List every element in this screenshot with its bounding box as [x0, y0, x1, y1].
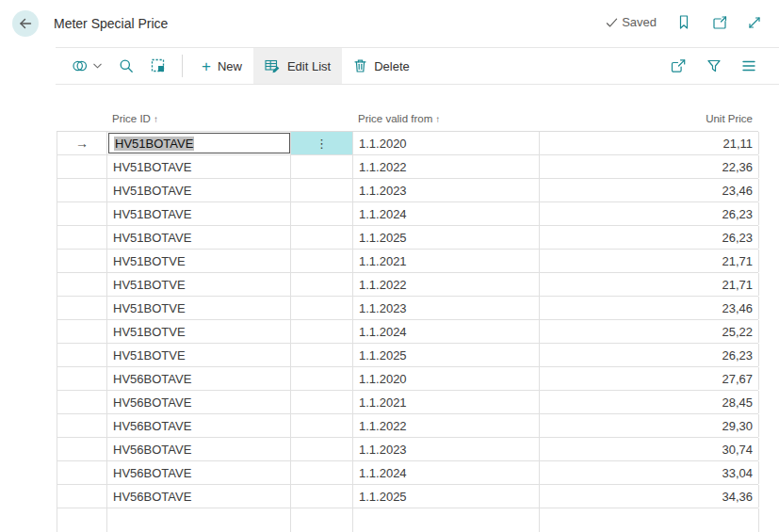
price-valid-from-cell[interactable]: 1.1.2023	[353, 438, 540, 460]
row-selector-cell[interactable]	[57, 438, 107, 460]
unit-price-cell[interactable]: 34,36	[540, 485, 759, 508]
price-id-cell[interactable]: HV51BOTVE	[107, 297, 291, 319]
unit-price-cell[interactable]: 29,30	[540, 414, 759, 437]
unit-price-cell[interactable]: 21,11	[540, 132, 759, 154]
unit-price-cell[interactable]: 26,23	[540, 344, 759, 366]
price-id-cell[interactable]: HV56BOTAVE	[107, 485, 291, 508]
price-valid-from-cell[interactable]: 1.1.2023	[353, 297, 540, 319]
share-button[interactable]	[670, 58, 687, 73]
analyze-button[interactable]	[142, 48, 174, 84]
unit-price-cell[interactable]: 23,46	[540, 179, 759, 202]
table-row[interactable]: HV51BOTVE1.1.202323,46	[57, 297, 758, 320]
row-selector-cell[interactable]	[57, 414, 107, 437]
price-id-cell[interactable]: HV51BOTAVE	[107, 179, 291, 202]
unit-price-cell[interactable]: 26,23	[540, 202, 759, 225]
table-row[interactable]: HV56BOTAVE1.1.202534,36	[57, 485, 758, 508]
price-valid-from-cell[interactable]: 1.1.2020	[353, 132, 540, 154]
price-id-cell[interactable]: HV51BOTAVE	[107, 155, 291, 178]
price-valid-from-cell[interactable]: 1.1.2021	[353, 250, 540, 272]
table-row[interactable]: HV51BOTVE1.1.202121,71	[57, 250, 758, 273]
row-selector-cell[interactable]	[57, 273, 107, 296]
filter-button[interactable]	[706, 58, 722, 73]
edit-list-button[interactable]: Edit List	[253, 48, 342, 84]
row-selector-cell[interactable]	[57, 250, 107, 272]
table-row[interactable]: →HV51BOTAVE⋮1.1.202021,11	[57, 132, 758, 155]
price-valid-from-cell[interactable]: 1.1.2022	[353, 414, 540, 437]
new-button[interactable]: + New	[190, 48, 253, 84]
unit-price-cell[interactable]: 22,36	[540, 155, 759, 178]
price-valid-from-cell[interactable]: 1.1.2025	[353, 226, 540, 249]
row-selector-cell[interactable]	[57, 367, 107, 390]
price-id-cell[interactable]: HV51BOTAVE	[107, 226, 291, 249]
table-row[interactable]: HV51BOTAVE1.1.202426,23	[57, 202, 758, 226]
price-valid-from-cell[interactable]: 1.1.2024	[353, 320, 540, 343]
views-button[interactable]	[63, 48, 110, 84]
price-valid-from-cell[interactable]: 1.1.2025	[353, 485, 540, 508]
unit-price-cell[interactable]: 27,67	[540, 367, 759, 390]
row-selector-cell[interactable]	[57, 179, 107, 202]
table-row[interactable]: HV51BOTVE1.1.202221,71	[57, 273, 758, 297]
search-button[interactable]	[110, 48, 142, 84]
column-header-price-valid-from[interactable]: Price valid from ↑	[352, 106, 539, 131]
table-row[interactable]: HV51BOTAVE1.1.202526,23	[57, 226, 758, 250]
row-selector-cell[interactable]	[57, 202, 107, 225]
row-selector-cell[interactable]: →	[57, 132, 107, 154]
table-row[interactable]: HV56BOTAVE1.1.202330,74	[57, 438, 758, 461]
row-selector-cell[interactable]	[57, 226, 107, 249]
price-valid-from-cell[interactable]: 1.1.2020	[353, 367, 540, 390]
row-selector-cell[interactable]	[57, 344, 107, 366]
table-row[interactable]: HV56BOTAVE1.1.202027,67	[57, 367, 758, 391]
table-row[interactable]: HV56BOTAVE1.1.202229,30	[57, 414, 758, 438]
price-valid-from-cell[interactable]: 1.1.2023	[353, 179, 540, 202]
unit-price-cell[interactable]: 25,22	[540, 320, 759, 343]
column-header-price-id[interactable]: Price ID ↑	[106, 106, 290, 131]
price-id-cell[interactable]: HV51BOTVE	[107, 344, 291, 366]
price-id-cell[interactable]: HV51BOTAVE	[107, 132, 291, 154]
price-id-cell[interactable]: HV56BOTAVE	[107, 461, 291, 484]
price-id-cell[interactable]: HV51BOTVE	[107, 250, 291, 272]
price-valid-from-cell[interactable]: 1.1.2021	[353, 391, 540, 413]
bookmark-icon	[676, 14, 691, 30]
price-id-cell[interactable]: HV56BOTAVE	[107, 438, 291, 460]
expand-page-button[interactable]	[747, 15, 762, 30]
price-valid-from-cell[interactable]: 1.1.2024	[353, 461, 540, 484]
delete-button[interactable]: Delete	[342, 48, 421, 84]
price-id-cell[interactable]: HV51BOTVE	[107, 320, 291, 343]
price-id-cell[interactable]: HV51BOTAVE	[107, 202, 291, 225]
row-selector-cell[interactable]	[57, 320, 107, 343]
price-valid-from-cell[interactable]: 1.1.2024	[353, 202, 540, 225]
cell-context-menu-button[interactable]: ⋮	[291, 132, 353, 154]
unit-price-cell[interactable]: 33,04	[540, 461, 759, 484]
table-row[interactable]: HV51BOTVE1.1.202526,23	[57, 344, 758, 367]
table-row[interactable]: HV56BOTAVE1.1.202128,45	[57, 391, 758, 414]
unit-price-cell[interactable]: 21,71	[540, 273, 759, 296]
unit-price-cell[interactable]: 26,23	[540, 226, 759, 249]
row-selector-cell[interactable]	[57, 155, 107, 178]
table-row[interactable]: HV51BOTVE1.1.202425,22	[57, 320, 758, 344]
table-row[interactable]: HV51BOTAVE1.1.202323,46	[57, 179, 758, 202]
unit-price-cell[interactable]: 23,46	[540, 297, 759, 319]
price-id-cell[interactable]: HV56BOTAVE	[107, 414, 291, 437]
back-button[interactable]	[12, 10, 39, 37]
row-selector-cell[interactable]	[57, 461, 107, 484]
price-id-cell[interactable]: HV51BOTVE	[107, 273, 291, 296]
row-selector-cell[interactable]	[57, 297, 107, 319]
bookmark-button[interactable]	[676, 14, 691, 30]
column-header-unit-price[interactable]: Unit Price	[539, 106, 758, 131]
unit-price-cell[interactable]: 28,45	[540, 391, 759, 413]
price-id-input[interactable]: HV51BOTAVE	[108, 133, 290, 153]
table-row[interactable]: HV56BOTAVE1.1.202433,04	[57, 461, 758, 485]
table-row[interactable]: HV51BOTAVE1.1.202222,36	[57, 155, 758, 179]
price-valid-from-cell[interactable]: 1.1.2022	[353, 273, 540, 296]
row-selector-cell[interactable]	[57, 485, 107, 508]
price-valid-from-cell[interactable]: 1.1.2025	[353, 344, 540, 366]
current-row-arrow-icon: →	[75, 137, 89, 150]
open-in-new-window-button[interactable]	[711, 15, 727, 30]
price-id-cell[interactable]: HV56BOTAVE	[107, 391, 291, 413]
unit-price-cell[interactable]: 30,74	[540, 438, 759, 460]
price-id-cell[interactable]: HV56BOTAVE	[107, 367, 291, 390]
row-selector-cell[interactable]	[57, 391, 107, 413]
list-options-button[interactable]	[741, 59, 756, 73]
unit-price-cell[interactable]: 21,71	[540, 250, 759, 272]
price-valid-from-cell[interactable]: 1.1.2022	[353, 155, 540, 178]
